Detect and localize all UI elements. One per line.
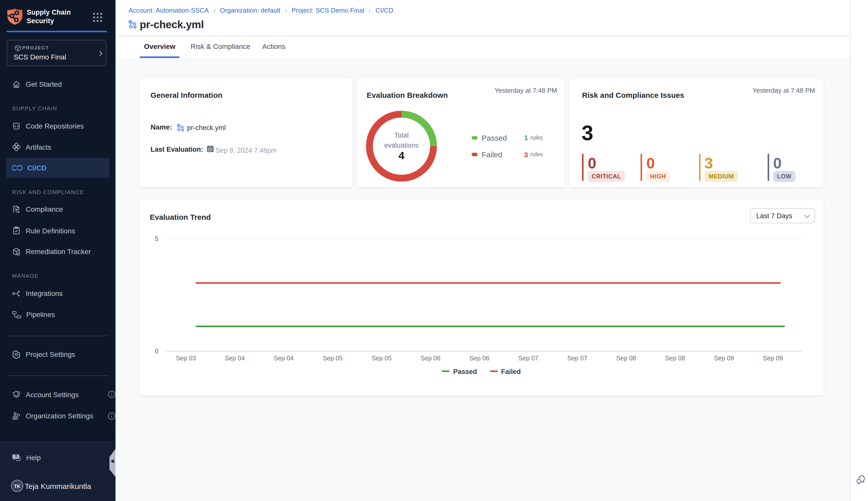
svg-text:?: ? (14, 454, 17, 458)
